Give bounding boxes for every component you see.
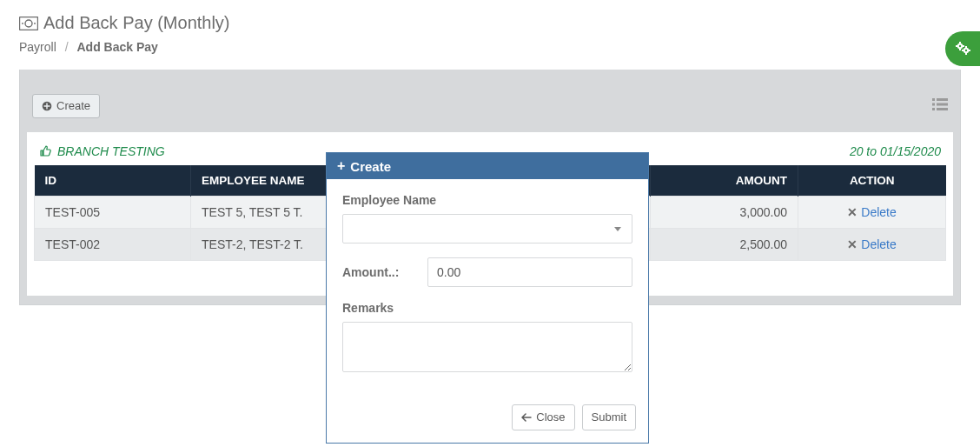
close-button[interactable]: Close — [512, 404, 574, 430]
close-button-label: Close — [536, 410, 565, 424]
svg-rect-17 — [956, 45, 957, 47]
employee-label: Employee Name — [342, 193, 632, 207]
modal-title: Create — [350, 159, 391, 174]
svg-rect-19 — [965, 46, 967, 48]
svg-rect-22 — [969, 50, 970, 51]
svg-rect-21 — [962, 50, 963, 51]
delete-link[interactable]: Delete — [861, 205, 896, 219]
cell-amount: 2,500.00 — [651, 228, 798, 260]
breadcrumb-sep: / — [65, 40, 69, 54]
svg-rect-15 — [959, 42, 961, 43]
plus-circle-icon — [42, 101, 52, 111]
svg-rect-20 — [965, 53, 967, 55]
svg-rect-18 — [963, 45, 964, 47]
settings-fab[interactable] — [945, 31, 980, 66]
amount-label: Amount..: — [342, 265, 412, 279]
amount-input[interactable] — [427, 257, 632, 287]
svg-point-2 — [22, 23, 23, 24]
gear-icon — [954, 40, 971, 57]
breadcrumb-current: Add Back Pay — [76, 40, 157, 54]
svg-rect-10 — [937, 108, 948, 110]
create-button[interactable]: Create — [32, 94, 100, 118]
modal-header: + Create — [327, 153, 648, 179]
breadcrumb-root[interactable]: Payroll — [19, 40, 56, 54]
branch-text: BRANCH TESTING — [57, 144, 165, 158]
employee-select[interactable] — [342, 214, 632, 244]
create-button-label: Create — [56, 99, 90, 113]
thumbs-up-icon — [39, 144, 52, 157]
cell-amount: 3,000.00 — [651, 196, 798, 228]
svg-point-14 — [965, 50, 967, 51]
breadcrumb: Payroll / Add Back Pay — [19, 40, 961, 54]
page-title-text: Add Back Pay (Monthly) — [43, 13, 230, 33]
svg-point-3 — [34, 23, 36, 24]
money-icon — [19, 17, 38, 30]
close-icon: ✕ — [847, 237, 858, 251]
svg-rect-9 — [932, 108, 935, 110]
list-view-icon[interactable] — [932, 98, 948, 113]
create-modal: + Create Employee Name Amount..: Remarks… — [326, 152, 649, 444]
branch-label: BRANCH TESTING — [39, 144, 165, 158]
delete-link[interactable]: Delete — [861, 237, 896, 251]
col-amount: AMOUNT — [651, 165, 798, 197]
svg-rect-8 — [937, 103, 948, 106]
arrow-left-icon — [521, 413, 532, 422]
period-text: 20 to 01/15/2020 — [850, 144, 941, 158]
svg-rect-16 — [959, 49, 961, 50]
page-title: Add Back Pay (Monthly) — [19, 13, 961, 33]
remarks-textarea[interactable] — [342, 322, 632, 372]
remarks-label: Remarks — [342, 301, 632, 315]
plus-icon: + — [337, 158, 345, 174]
cell-action: ✕Delete — [798, 228, 946, 260]
submit-button[interactable]: Submit — [582, 404, 636, 430]
svg-rect-6 — [937, 98, 948, 101]
cell-id: TEST-005 — [35, 196, 191, 228]
col-action: ACTION — [798, 165, 946, 197]
svg-rect-5 — [932, 98, 935, 101]
svg-point-1 — [25, 20, 32, 27]
cell-id: TEST-002 — [35, 228, 191, 260]
svg-rect-7 — [932, 103, 935, 106]
close-icon: ✕ — [847, 205, 858, 219]
submit-button-label: Submit — [592, 410, 626, 424]
cell-action: ✕Delete — [798, 196, 946, 228]
col-id: ID — [35, 165, 191, 197]
svg-point-12 — [959, 45, 961, 47]
